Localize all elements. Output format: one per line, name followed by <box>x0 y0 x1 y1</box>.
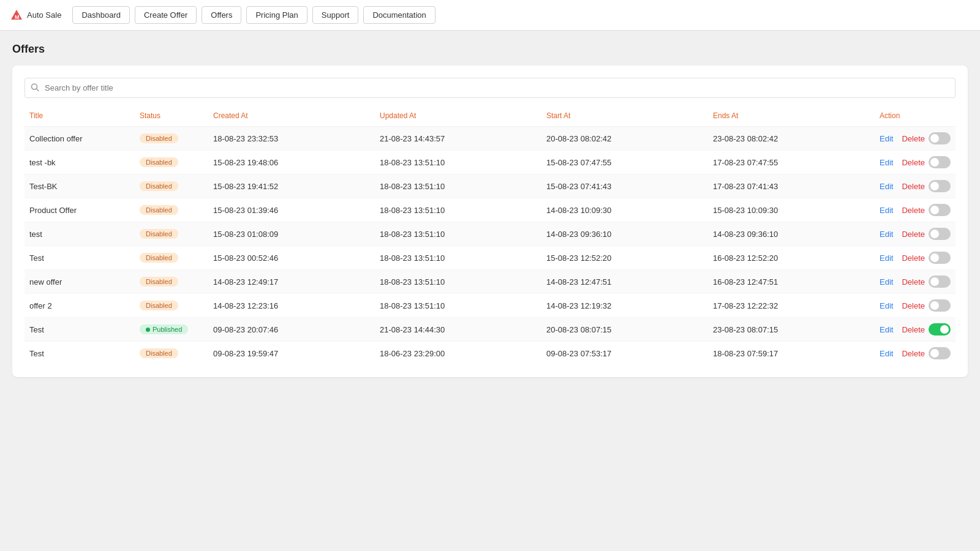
cell-created-at: 09-08-23 20:07:46 <box>208 318 375 342</box>
edit-button[interactable]: Edit <box>880 301 893 310</box>
status-badge-disabled: Disabled <box>140 253 178 263</box>
table-header: TitleStatusCreated AtUpdated AtStart AtE… <box>24 108 956 127</box>
status-toggle[interactable] <box>929 228 951 240</box>
status-toggle[interactable] <box>929 180 951 192</box>
edit-button[interactable]: Edit <box>880 206 893 215</box>
delete-button[interactable]: Delete <box>902 349 925 358</box>
published-dot-icon <box>146 328 150 332</box>
edit-button[interactable]: Edit <box>880 325 893 334</box>
cell-action: EditDelete <box>875 246 956 270</box>
app-logo-text: Auto Sale <box>27 10 61 20</box>
cell-updated-at: 18-08-23 13:51:10 <box>375 174 541 198</box>
logo-area: M Auto Sale <box>10 9 61 22</box>
nav-btn-dashboard[interactable]: Dashboard <box>72 6 130 24</box>
search-icon <box>31 83 39 93</box>
table-row: offer 2Disabled14-08-23 12:23:1618-08-23… <box>24 294 956 318</box>
edit-button[interactable]: Edit <box>880 134 893 143</box>
delete-button[interactable]: Delete <box>902 158 925 167</box>
cell-status: Disabled <box>135 270 208 294</box>
status-toggle[interactable] <box>929 347 951 359</box>
nav-btn-documentation[interactable]: Documentation <box>363 6 435 24</box>
delete-button[interactable]: Delete <box>902 182 925 191</box>
cell-start-at: 15-08-23 07:41:43 <box>541 174 708 198</box>
cell-start-at: 14-08-23 10:09:30 <box>541 198 708 222</box>
cell-start-at: 14-08-23 12:47:51 <box>541 270 708 294</box>
status-toggle[interactable] <box>929 156 951 168</box>
edit-button[interactable]: Edit <box>880 253 893 263</box>
cell-ends-at: 17-08-23 12:22:32 <box>708 294 875 318</box>
delete-button[interactable]: Delete <box>902 206 925 215</box>
cell-created-at: 09-08-23 19:59:47 <box>208 342 375 365</box>
toggle-slider <box>929 276 951 288</box>
cell-status: Disabled <box>135 127 208 151</box>
cell-status: Disabled <box>135 342 208 365</box>
cell-action: EditDelete <box>875 151 956 174</box>
toggle-slider <box>929 180 951 192</box>
action-cell: EditDelete <box>880 347 951 359</box>
status-toggle[interactable] <box>929 299 951 312</box>
table-row: Product OfferDisabled15-08-23 01:39:4618… <box>24 198 956 222</box>
cell-title: Collection offer <box>24 127 135 151</box>
cell-title: Test <box>24 318 135 342</box>
nav-buttons: DashboardCreate OfferOffersPricing PlanS… <box>72 6 435 24</box>
cell-updated-at: 18-08-23 13:51:10 <box>375 246 541 270</box>
status-badge-disabled: Disabled <box>140 181 178 191</box>
delete-button[interactable]: Delete <box>902 301 925 310</box>
cell-created-at: 15-08-23 00:52:46 <box>208 246 375 270</box>
cell-title: offer 2 <box>24 294 135 318</box>
table-row: Test-BKDisabled15-08-23 19:41:5218-08-23… <box>24 174 956 198</box>
cell-ends-at: 17-08-23 07:47:55 <box>708 151 875 174</box>
cell-title: new offer <box>24 270 135 294</box>
status-badge-disabled: Disabled <box>140 157 178 167</box>
cell-action: EditDelete <box>875 318 956 342</box>
status-toggle[interactable] <box>929 132 951 144</box>
edit-button[interactable]: Edit <box>880 158 893 167</box>
cell-start-at: 20-08-23 08:07:15 <box>541 318 708 342</box>
cell-updated-at: 21-08-23 14:44:30 <box>375 318 541 342</box>
table-row: new offerDisabled14-08-23 12:49:1718-08-… <box>24 270 956 294</box>
delete-button[interactable]: Delete <box>902 253 925 263</box>
delete-button[interactable]: Delete <box>902 277 925 287</box>
nav-btn-support[interactable]: Support <box>312 6 359 24</box>
status-toggle[interactable] <box>929 252 951 264</box>
toggle-slider <box>929 228 951 240</box>
delete-button[interactable]: Delete <box>902 325 925 334</box>
status-toggle[interactable] <box>929 276 951 288</box>
edit-button[interactable]: Edit <box>880 230 893 239</box>
cell-status: Disabled <box>135 174 208 198</box>
nav-btn-offers[interactable]: Offers <box>202 6 241 24</box>
table-row: TestPublished09-08-23 20:07:4621-08-23 1… <box>24 318 956 342</box>
edit-button[interactable]: Edit <box>880 182 893 191</box>
cell-ends-at: 23-08-23 08:02:42 <box>708 127 875 151</box>
table-row: TestDisabled15-08-23 00:52:4618-08-23 13… <box>24 246 956 270</box>
delete-button[interactable]: Delete <box>902 134 925 143</box>
toggle-slider <box>929 132 951 144</box>
status-badge-disabled: Disabled <box>140 133 178 143</box>
table-row: test -bkDisabled15-08-23 19:48:0618-08-2… <box>24 151 956 174</box>
action-cell: EditDelete <box>880 299 951 312</box>
search-input[interactable] <box>24 78 956 98</box>
edit-button[interactable]: Edit <box>880 277 893 287</box>
cell-title: Test <box>24 246 135 270</box>
action-cell: EditDelete <box>880 228 951 240</box>
table-row: testDisabled15-08-23 01:08:0918-08-23 13… <box>24 222 956 246</box>
col-header-updated_at: Updated At <box>375 108 541 127</box>
action-cell: EditDelete <box>880 276 951 288</box>
nav-btn-pricing-plan[interactable]: Pricing Plan <box>246 6 307 24</box>
status-toggle[interactable] <box>929 323 951 335</box>
cell-status: Published <box>135 318 208 342</box>
cell-status: Disabled <box>135 294 208 318</box>
cell-created-at: 14-08-23 12:49:17 <box>208 270 375 294</box>
action-cell: EditDelete <box>880 323 951 335</box>
status-badge-disabled: Disabled <box>140 277 178 287</box>
cell-action: EditDelete <box>875 222 956 246</box>
delete-button[interactable]: Delete <box>902 230 925 239</box>
status-toggle[interactable] <box>929 204 951 216</box>
cell-title: Product Offer <box>24 198 135 222</box>
action-cell: EditDelete <box>880 156 951 168</box>
cell-action: EditDelete <box>875 270 956 294</box>
nav-btn-create-offer[interactable]: Create Offer <box>135 6 197 24</box>
table-body: Collection offerDisabled18-08-23 23:32:5… <box>24 127 956 365</box>
edit-button[interactable]: Edit <box>880 349 893 358</box>
col-header-created_at: Created At <box>208 108 375 127</box>
